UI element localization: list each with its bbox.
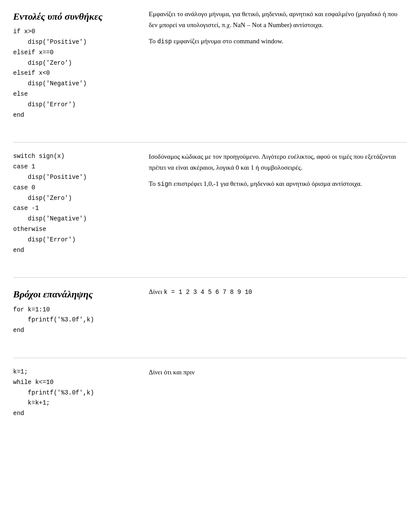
code-inline-k-sequence: k = 1 2 3 4 5 6 7 8 9 10: [164, 289, 252, 296]
section-loops: Βρόχοι επανάληψης for k=1:10 fprintf('%3…: [13, 286, 407, 345]
right-para-conditional-1: Εμφανίζει το ανάλογο μήνυμα, για θετικό,…: [149, 9, 407, 31]
code-block-loops: for k=1:10 fprintf('%3.0f',k) end: [13, 305, 140, 336]
right-text-loops: Δίνει k = 1 2 3 4 5 6 7 8 9 10: [149, 286, 407, 297]
right-col-conditional: Εμφανίζει το ανάλογο μήνυμα, για θετικό,…: [149, 9, 407, 120]
right-para-switch-2: Το sign επιστρέφει 1,0,-1 για θετικό, μη…: [149, 178, 407, 189]
section-title-loops: Βρόχοι επανάληψης: [13, 286, 140, 302]
section-while: k=1; while k<=10 fprintf('%3.0f',k) k=k+…: [13, 367, 407, 428]
code-block-switch: switch sign(x) case 1 disp('Positive') c…: [13, 151, 140, 255]
right-text-while: Δίνει ότι και πριν: [149, 367, 407, 378]
divider-1: [13, 142, 407, 143]
right-para-loops-1: Δίνει k = 1 2 3 4 5 6 7 8 9 10: [149, 286, 407, 297]
right-col-switch: Ισοδύναμος κώδικας με τον προηγούμενο. Λ…: [149, 151, 407, 255]
left-col-conditional: Εντολές υπό συνθήκες if x>0 disp('Positi…: [13, 9, 149, 120]
left-col-while: k=1; while k<=10 fprintf('%3.0f',k) k=k+…: [13, 367, 149, 419]
right-para-switch-1: Ισοδύναμος κώδικας με τον προηγούμενο. Λ…: [149, 151, 407, 173]
divider-3: [13, 358, 407, 358]
right-text-conditional-1: Εμφανίζει το ανάλογο μήνυμα, για θετικό,…: [149, 9, 407, 47]
left-col-loops: Βρόχοι επανάληψης for k=1:10 fprintf('%3…: [13, 286, 149, 336]
right-para-while-1: Δίνει ότι και πριν: [149, 367, 407, 378]
section-title-conditional: Εντολές υπό συνθήκες: [13, 9, 140, 24]
code-block-conditional: if x>0 disp('Positive') elseif x==0 disp…: [13, 27, 140, 120]
section-switch: switch sign(x) case 1 disp('Positive') c…: [13, 151, 407, 264]
divider-2: [13, 277, 407, 278]
section-conditional: Εντολές υπό συνθήκες if x>0 disp('Positi…: [13, 9, 407, 129]
code-block-while: k=1; while k<=10 fprintf('%3.0f',k) k=k+…: [13, 367, 140, 419]
code-inline-sign: sign: [157, 181, 172, 188]
right-text-switch: Ισοδύναμος κώδικας με τον προηγούμενο. Λ…: [149, 151, 407, 189]
right-para-conditional-2: Το disp εμφανίζει μήνυμα στο command win…: [149, 36, 407, 47]
left-col-switch: switch sign(x) case 1 disp('Positive') c…: [13, 151, 149, 255]
right-col-while: Δίνει ότι και πριν: [149, 367, 407, 419]
code-inline-disp: disp: [157, 38, 172, 45]
right-col-loops: Δίνει k = 1 2 3 4 5 6 7 8 9 10: [149, 286, 407, 336]
